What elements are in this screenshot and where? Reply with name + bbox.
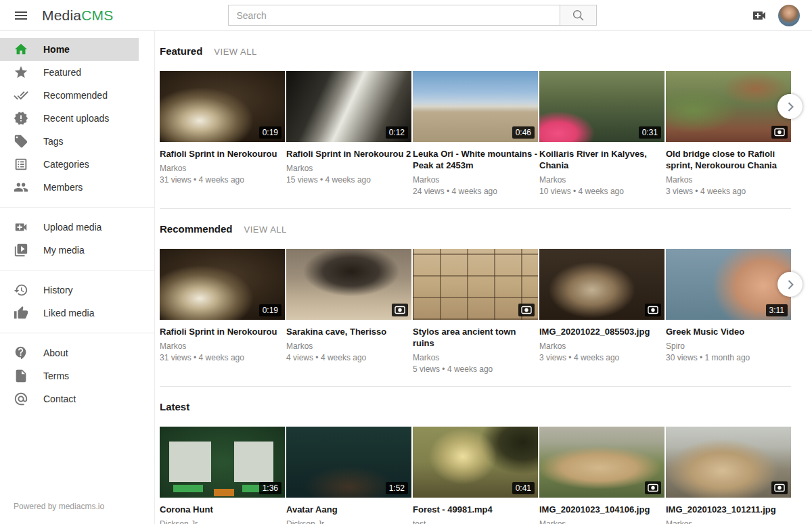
media-author[interactable]: Markos [286, 164, 411, 173]
media-thumbnail[interactable]: 0:31 [539, 71, 664, 142]
sidebar-item-recent-uploads[interactable]: Recent uploads [0, 107, 139, 130]
main-content: Featured VIEW ALL 0:19 Rafioli Sprint in… [156, 31, 812, 524]
history-icon [14, 283, 28, 297]
media-author[interactable]: Markos [539, 519, 664, 524]
media-meta: 3 views • 4 weeks ago [539, 353, 664, 362]
view-all-link[interactable]: VIEW ALL [214, 47, 256, 57]
media-thumbnail[interactable] [286, 249, 411, 320]
sidebar-item-recommended[interactable]: Recommended [0, 84, 139, 107]
media-title[interactable]: Koiliaris River in Kalyves, Chania [539, 148, 664, 171]
media-title[interactable]: Sarakina cave, Therisso [286, 326, 411, 337]
media-title[interactable]: Stylos area ancient town ruins [413, 326, 538, 349]
sidebar-item-label: Members [43, 182, 83, 193]
media-title[interactable]: Old bridge close to Rafioli sprint, Nero… [666, 148, 791, 171]
media-card: 1:36 Corona Hunt Dickson Jr. 6 views • 4… [160, 427, 285, 524]
section-header: Latest [160, 401, 791, 412]
media-title[interactable]: IMG_20201022_085503.jpg [539, 326, 664, 337]
media-author[interactable]: Markos [160, 341, 285, 351]
media-thumbnail[interactable] [539, 427, 664, 498]
media-author[interactable]: Markos [286, 341, 411, 351]
powered-by-text[interactable]: Powered by mediacms.io [14, 502, 104, 511]
media-thumbnail[interactable] [413, 249, 538, 320]
media-card: Sarakina cave, Therisso Markos 4 views •… [286, 249, 411, 376]
media-card-text: Rafioli Sprint in Nerokourou Markos 31 v… [160, 326, 285, 376]
duration-badge: 1:52 [386, 482, 408, 494]
sidebar-item-tags[interactable]: Tags [0, 130, 139, 153]
media-card: 0:19 Rafioli Sprint in Nerokourou Markos… [160, 249, 285, 376]
media-title[interactable]: Leuka Ori - White mountains - Peak at 24… [413, 148, 538, 171]
card-row: 0:19 Rafioli Sprint in Nerokourou Markos… [160, 249, 791, 376]
media-title[interactable]: Forest - 49981.mp4 [413, 504, 538, 515]
media-meta: 3 views • 4 weeks ago [666, 187, 791, 196]
media-card-text: Avatar Aang Dickson Jr. 12 views • 1 wee… [286, 504, 411, 524]
sidebar-item-members[interactable]: Members [0, 176, 139, 199]
card-row: 1:36 Corona Hunt Dickson Jr. 6 views • 4… [160, 427, 791, 524]
media-author[interactable]: Markos [539, 175, 664, 185]
media-author[interactable]: Dickson Jr. [160, 519, 285, 524]
sidebar-item-about[interactable]: About [0, 341, 139, 364]
media-author[interactable]: Spiro [666, 341, 791, 351]
media-author[interactable]: Markos [666, 175, 791, 185]
sidebar-item-my-media[interactable]: My media [0, 239, 139, 262]
media-title[interactable]: IMG_20201023_101211.jpg [666, 504, 791, 515]
sidebar-item-featured[interactable]: Featured [0, 61, 139, 84]
media-thumbnail[interactable] [666, 71, 791, 142]
search-input[interactable] [228, 5, 560, 26]
media-card: 0:19 Rafioli Sprint in Nerokourou Markos… [160, 71, 285, 198]
menu-icon[interactable] [13, 7, 29, 24]
media-meta: 24 views • 4 weeks ago [413, 187, 538, 196]
people-icon [14, 180, 28, 195]
view-all-link[interactable]: VIEW ALL [244, 224, 287, 235]
media-thumbnail[interactable]: 0:19 [160, 71, 285, 142]
sidebar-item-contact[interactable]: Contact [0, 387, 139, 410]
media-card: 0:46 Leuka Ori - White mountains - Peak … [413, 71, 538, 198]
media-title[interactable]: Rafioli Sprint in Nerokourou [160, 148, 285, 160]
media-title[interactable]: Avatar Aang [286, 504, 411, 515]
media-title[interactable]: Rafioli Sprint in Nerokourou 2 [286, 148, 411, 160]
sidebar-item-history[interactable]: History [0, 279, 139, 302]
carousel-next-button[interactable] [777, 272, 803, 297]
sidebar-item-terms[interactable]: Terms [0, 364, 139, 387]
list-icon [14, 157, 28, 172]
media-card-text: Greek Music Video Spiro 30 views • 1 mon… [666, 326, 791, 376]
sidebar-item-liked-media[interactable]: Liked media [0, 302, 139, 325]
media-author[interactable]: Markos [666, 519, 791, 524]
media-title[interactable]: Greek Music Video [666, 326, 791, 337]
media-thumbnail[interactable]: 0:12 [286, 71, 411, 142]
sidebar-item-upload-media[interactable]: Upload media [0, 216, 139, 239]
media-author[interactable]: test [413, 519, 538, 524]
user-avatar[interactable] [778, 5, 800, 26]
media-meta: 5 views • 4 weeks ago [413, 364, 538, 374]
sidebar-divider [0, 270, 154, 270]
sidebar-item-home[interactable]: Home [0, 38, 139, 61]
media-meta: 10 views • 4 weeks ago [539, 187, 664, 196]
media-thumbnail[interactable] [666, 427, 791, 498]
logo-cms-text: CMS [81, 7, 113, 23]
media-thumbnail[interactable]: 0:46 [413, 71, 538, 142]
media-thumbnail[interactable] [539, 249, 664, 320]
media-author[interactable]: Markos [413, 353, 538, 362]
upload-media-icon[interactable] [750, 7, 768, 24]
media-author[interactable]: Dickson Jr. [286, 519, 411, 524]
media-title[interactable]: IMG_20201023_104106.jpg [539, 504, 664, 515]
media-card: 1:52 Avatar Aang Dickson Jr. 12 views • … [286, 427, 411, 524]
media-title[interactable]: Corona Hunt [160, 504, 285, 515]
video-library-icon [14, 243, 28, 258]
media-thumbnail[interactable]: 1:52 [286, 427, 411, 498]
sidebar-item-categories[interactable]: Categories [0, 153, 139, 176]
media-title[interactable]: Rafioli Sprint in Nerokourou [160, 326, 285, 337]
search-button[interactable] [560, 5, 597, 26]
tag-icon [14, 134, 28, 149]
app-logo[interactable]: MediaCMS [42, 7, 113, 24]
sidebar-item-label: Featured [43, 67, 81, 78]
media-thumbnail[interactable]: 1:36 [160, 427, 285, 498]
media-thumbnail[interactable]: 0:19 [160, 249, 285, 320]
carousel-next-button[interactable] [777, 94, 803, 119]
media-author[interactable]: Markos [160, 164, 285, 173]
media-thumbnail[interactable]: 3:11 [666, 249, 791, 320]
media-author[interactable]: Markos [413, 175, 538, 185]
media-author[interactable]: Markos [539, 341, 664, 351]
sidebar-divider [0, 333, 154, 333]
media-meta: 30 views • 1 month ago [666, 353, 791, 362]
media-thumbnail[interactable]: 0:41 [413, 427, 538, 498]
